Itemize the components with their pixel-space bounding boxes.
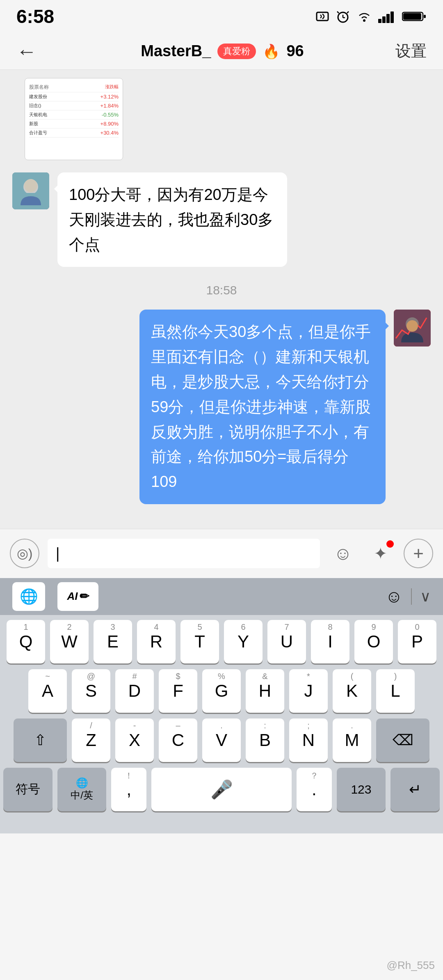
key-row-3: ⇧ /Z -X –C .V :B ;N .M ⌫ <box>3 718 440 762</box>
key-k[interactable]: (K <box>333 669 371 713</box>
chat-title: MasterB_ <box>141 42 211 60</box>
key-d[interactable]: #D <box>115 669 154 713</box>
key-t[interactable]: 5T <box>180 620 219 663</box>
pen-icon: ✏ <box>80 590 89 603</box>
fire-icon: 🔥 <box>263 43 280 60</box>
message-input[interactable] <box>48 539 320 568</box>
self-avatar <box>394 310 431 347</box>
key-w[interactable]: 2W <box>50 620 89 663</box>
key-f[interactable]: $F <box>159 669 197 713</box>
emoji-button[interactable]: ☺ <box>328 539 358 568</box>
nav-title: MasterB_ 真爱粉 🔥 96 <box>141 42 304 60</box>
nfc-icon <box>315 9 330 24</box>
status-bar: 6:58 <box>0 0 443 33</box>
key-row-1: 1Q 2W 3E 4R 5T 6Y 7U 8I 9O 0P <box>3 620 440 663</box>
svg-rect-0 <box>317 12 328 21</box>
globe-icon: 🌐 <box>20 588 38 605</box>
status-time: 6:58 <box>16 5 54 28</box>
avatar-image <box>12 172 49 209</box>
key-a[interactable]: ~A <box>28 669 67 713</box>
svg-point-20 <box>406 320 418 332</box>
favorites-button[interactable]: ✦ <box>366 539 395 568</box>
key-x[interactable]: -X <box>115 718 154 762</box>
emoji-toolbar-icon[interactable]: ☺ <box>385 587 403 606</box>
key-j[interactable]: *J <box>289 669 328 713</box>
key-return[interactable]: ↵ <box>390 768 440 811</box>
key-c[interactable]: –C <box>159 718 197 762</box>
fav-notification-badge <box>386 540 394 548</box>
key-shift[interactable]: ⇧ <box>14 718 67 762</box>
globe-small-icon: 🌐 <box>76 777 88 789</box>
key-row-2: ~A @S #D $F %G &H *J (K )L <box>3 669 440 713</box>
star-icon: ✦ <box>374 544 388 563</box>
key-q[interactable]: 1Q <box>7 620 45 663</box>
svg-rect-8 <box>390 11 394 23</box>
svg-rect-10 <box>403 13 421 20</box>
key-z[interactable]: /Z <box>72 718 110 762</box>
key-r[interactable]: 4R <box>137 620 176 663</box>
key-123[interactable]: 123 <box>337 768 386 811</box>
key-row-4: 符号 🌐 中/英 ！, 🎤 ？. 123 ↵ <box>3 768 440 811</box>
key-period[interactable]: ？. <box>297 768 332 811</box>
voice-icon: ◎) <box>17 546 33 561</box>
key-n[interactable]: ;N <box>289 718 328 762</box>
key-o[interactable]: 9O <box>354 620 393 663</box>
emoji-icon: ☺ <box>334 543 352 564</box>
signal-icon <box>378 9 396 24</box>
fan-badge: 真爱粉 <box>217 44 256 59</box>
key-chinese-english[interactable]: 🌐 中/英 <box>57 768 107 811</box>
keyboard-collapse-button[interactable]: ∨ <box>420 588 431 605</box>
timestamp: 18:58 <box>12 283 431 297</box>
bubble-received: 100分大哥，因为有20万是今天刚装进去的，我也盈利30多个点 <box>57 172 287 267</box>
image-message: 股票名称涨跌幅 建发股份+3.12% 旧念()+1.84% 天银机电-0.55%… <box>12 78 431 160</box>
keyboard: 🌐 AI ✏ ☺ ∨ 1Q 2W 3E 4R 5T 6Y 7U 8I 9O 0P <box>0 578 443 833</box>
key-comma[interactable]: ！, <box>111 768 146 811</box>
alarm-icon <box>336 9 350 24</box>
ai-key[interactable]: AI ✏ <box>57 582 98 611</box>
svg-point-4 <box>363 19 365 22</box>
key-v[interactable]: .V <box>202 718 241 762</box>
key-backspace[interactable]: ⌫ <box>376 718 429 762</box>
svg-rect-7 <box>386 14 390 23</box>
key-l[interactable]: )L <box>376 669 415 713</box>
received-message-1: 100分大哥，因为有20万是今天刚装进去的，我也盈利30多个点 <box>12 172 431 267</box>
ai-label: AI <box>67 590 78 603</box>
watermark: @Rh_555 <box>387 959 435 972</box>
fan-count: 96 <box>286 42 304 60</box>
chat-area: 股票名称涨跌幅 建发股份+3.12% 旧念()+1.84% 天银机电-0.55%… <box>0 70 443 529</box>
key-space[interactable]: 🎤 <box>151 768 292 811</box>
key-m[interactable]: .M <box>333 718 371 762</box>
key-u[interactable]: 7U <box>267 620 306 663</box>
sent-message-1: 虽然你今天30多个点，但是你手里面还有旧念（）建新和天银机电，是炒股大忌，今天给… <box>12 310 431 504</box>
toolbar-divider <box>411 588 412 605</box>
key-g[interactable]: %G <box>202 669 241 713</box>
back-button[interactable]: ← <box>16 39 49 63</box>
wifi-icon <box>356 9 372 24</box>
bubble-sent: 虽然你今天30多个点，但是你手里面还有旧念（）建新和天银机电，是炒股大忌，今天给… <box>139 310 386 504</box>
keyboard-toolbar: 🌐 AI ✏ ☺ ∨ <box>0 578 443 615</box>
key-e[interactable]: 3E <box>94 620 132 663</box>
key-h[interactable]: &H <box>246 669 284 713</box>
key-s[interactable]: @S <box>72 669 110 713</box>
key-symbol[interactable]: 符号 <box>3 768 53 811</box>
sent-text-1: 虽然你今天30多个点，但是你手里面还有旧念（）建新和天银机电，是炒股大忌，今天给… <box>151 323 371 490</box>
svg-rect-5 <box>378 19 381 23</box>
key-b[interactable]: :B <box>246 718 284 762</box>
key-i[interactable]: 8I <box>311 620 349 663</box>
voice-button[interactable]: ◎) <box>10 539 39 568</box>
svg-rect-6 <box>382 16 386 23</box>
nav-bar: ← MasterB_ 真爱粉 🔥 96 设置 <box>0 33 443 70</box>
keyboard-toolbar-left: 🌐 AI ✏ <box>12 582 98 611</box>
key-p[interactable]: 0P <box>398 620 436 663</box>
plus-button[interactable]: + <box>404 539 433 568</box>
svg-rect-11 <box>424 15 426 18</box>
status-icons <box>315 9 427 24</box>
plus-icon: + <box>413 543 424 564</box>
svg-point-16 <box>24 179 37 192</box>
mic-icon: 🎤 <box>210 779 233 800</box>
settings-button[interactable]: 设置 <box>395 41 427 62</box>
globe-key[interactable]: 🌐 <box>12 582 45 611</box>
key-y[interactable]: 6Y <box>224 620 263 663</box>
input-area: ◎) ☺ ✦ + <box>0 529 443 578</box>
sender-avatar <box>12 172 49 209</box>
